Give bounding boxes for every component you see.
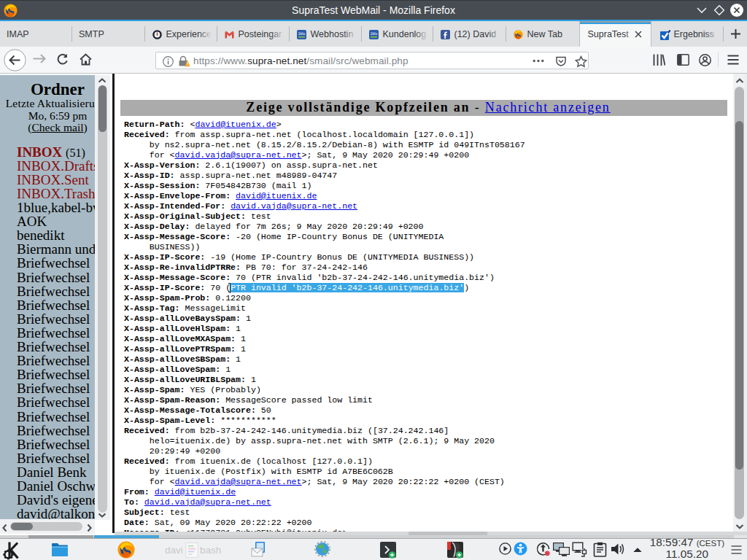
svg-text:1blu: 1blu (370, 31, 377, 36)
svg-text:1blu: 1blu (298, 31, 305, 36)
